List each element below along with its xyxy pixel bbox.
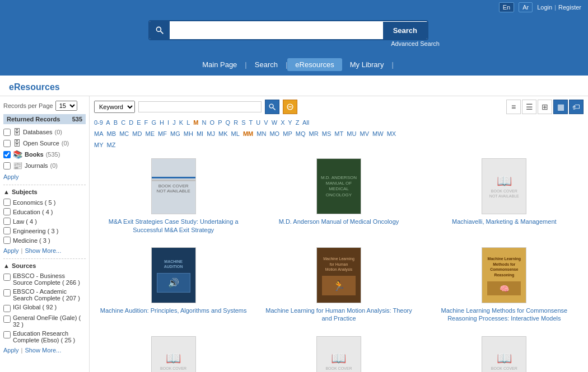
- book-title-4[interactable]: Machine Audition: Principles, Algorithms…: [100, 307, 247, 314]
- alpha-my[interactable]: MY: [94, 142, 104, 148]
- alpha-mj[interactable]: MJ: [207, 130, 215, 137]
- alpha-f[interactable]: F: [144, 119, 148, 126]
- alpha-mg[interactable]: MG: [170, 130, 180, 137]
- sources-collapse-icon[interactable]: ▲: [3, 262, 10, 269]
- alpha-me[interactable]: ME: [145, 130, 155, 137]
- alpha-m[interactable]: M: [193, 119, 198, 126]
- alpha-c[interactable]: C: [121, 119, 125, 126]
- alpha-u[interactable]: U: [256, 119, 260, 126]
- alpha-p[interactable]: P: [218, 119, 222, 126]
- alpha-v[interactable]: V: [264, 119, 268, 126]
- alpha-mi[interactable]: MI: [197, 130, 203, 137]
- alpha-k[interactable]: K: [179, 119, 183, 126]
- main-search-input[interactable]: [170, 21, 383, 39]
- alpha-y[interactable]: Y: [288, 119, 292, 126]
- nav-eresources[interactable]: eResources: [287, 58, 342, 71]
- book-title-1[interactable]: M&A Exit Strategies Case Study: Undertak…: [97, 218, 249, 234]
- subjects-apply-link[interactable]: Apply: [3, 247, 19, 254]
- subject-engineering-checkbox[interactable]: [3, 227, 11, 234]
- alpha-mv[interactable]: MV: [360, 130, 369, 137]
- lang-ar-button[interactable]: Ar: [519, 2, 533, 12]
- alpha-all[interactable]: All: [302, 119, 309, 126]
- book-title-5[interactable]: Machine Learning for Human Motion Analys…: [263, 307, 414, 323]
- alpha-mc[interactable]: MC: [119, 130, 129, 137]
- source-igi-global-checkbox[interactable]: [3, 305, 11, 312]
- subjects-collapse-icon[interactable]: ▲: [3, 189, 10, 195]
- alpha-g[interactable]: G: [151, 119, 156, 126]
- book-title-6[interactable]: Machine Learning Methods for Commonsense…: [428, 307, 580, 323]
- alpha-mn[interactable]: MN: [256, 130, 266, 137]
- alpha-b[interactable]: B: [114, 119, 118, 126]
- register-link[interactable]: Register: [558, 4, 581, 11]
- filter-databases-checkbox[interactable]: [3, 129, 11, 136]
- alpha-mq[interactable]: MQ: [296, 130, 306, 137]
- alpha-z[interactable]: Z: [296, 119, 300, 126]
- alpha-mo[interactable]: MO: [269, 130, 279, 137]
- lang-en-button[interactable]: En: [499, 2, 514, 12]
- source-ebsco-academic-checkbox[interactable]: [3, 289, 11, 296]
- alpha-mh[interactable]: MH: [184, 130, 193, 137]
- alpha-r[interactable]: R: [234, 119, 238, 126]
- view-grid-large-button[interactable]: ▦: [553, 100, 568, 114]
- filter-opensource-checkbox[interactable]: [3, 140, 11, 147]
- alpha-mf[interactable]: MF: [158, 130, 167, 137]
- alpha-e[interactable]: E: [137, 119, 141, 126]
- alpha-n[interactable]: N: [202, 119, 207, 126]
- alpha-x[interactable]: X: [281, 119, 284, 126]
- alpha-a[interactable]: A: [106, 119, 110, 126]
- source-ebsco-business-checkbox[interactable]: [3, 274, 11, 281]
- alpha-mz[interactable]: MZ: [107, 142, 116, 148]
- sources-show-more-link[interactable]: Show More...: [25, 347, 61, 354]
- nav-my-library[interactable]: My Library: [342, 58, 392, 71]
- search-go-button[interactable]: [265, 100, 279, 114]
- alpha-i[interactable]: I: [167, 119, 169, 126]
- subject-economics-checkbox[interactable]: [3, 199, 11, 206]
- alpha-mx[interactable]: MX: [387, 130, 396, 137]
- alpha-ms[interactable]: MS: [322, 130, 332, 137]
- login-link[interactable]: Login: [537, 4, 552, 11]
- alpha-0-9[interactable]: 0-9: [94, 119, 103, 126]
- alpha-mp[interactable]: MP: [283, 130, 292, 137]
- subject-law-checkbox[interactable]: [3, 218, 11, 225]
- source-general-onefile-checkbox[interactable]: [3, 316, 11, 323]
- filters-apply-link[interactable]: Apply: [3, 173, 86, 180]
- alpha-h[interactable]: H: [160, 119, 164, 126]
- view-list-detail-button[interactable]: ☰: [522, 100, 536, 114]
- subject-medicine-checkbox[interactable]: [3, 237, 11, 244]
- keyword-search-input[interactable]: [138, 101, 262, 112]
- alpha-mm[interactable]: MM: [243, 130, 253, 137]
- view-grid-small-button[interactable]: ⊞: [538, 100, 552, 114]
- nav-search[interactable]: Search: [247, 58, 286, 71]
- alpha-md[interactable]: MD: [132, 130, 142, 137]
- search-button[interactable]: Search: [383, 22, 427, 39]
- keyword-select[interactable]: Keyword Title Author Subject: [94, 101, 135, 113]
- alpha-s[interactable]: S: [241, 119, 245, 126]
- alpha-w[interactable]: W: [272, 119, 277, 126]
- alpha-o[interactable]: O: [210, 119, 215, 126]
- alpha-ma[interactable]: MA: [94, 130, 104, 137]
- alpha-mk[interactable]: MK: [218, 130, 228, 137]
- alpha-d[interactable]: D: [129, 119, 133, 126]
- nav-main-page[interactable]: Main Page: [194, 58, 245, 71]
- alpha-mt[interactable]: MT: [334, 130, 343, 137]
- alpha-l[interactable]: L: [186, 119, 190, 126]
- alpha-mb[interactable]: MB: [107, 130, 116, 137]
- view-tag-button[interactable]: 🏷: [569, 100, 584, 114]
- filter-books-checkbox[interactable]: [3, 151, 11, 158]
- view-list-compact-button[interactable]: ≡: [506, 100, 521, 114]
- alpha-mu[interactable]: MU: [347, 130, 356, 137]
- advanced-search-link[interactable]: Advanced Search: [391, 40, 440, 47]
- subject-education-checkbox[interactable]: [3, 208, 11, 215]
- alpha-t[interactable]: T: [249, 119, 253, 126]
- alpha-ml[interactable]: ML: [231, 130, 240, 137]
- filter-journals-checkbox[interactable]: [3, 162, 11, 169]
- alpha-mw[interactable]: MW: [372, 130, 384, 137]
- alpha-q[interactable]: Q: [226, 119, 231, 126]
- source-education-research-checkbox[interactable]: [3, 331, 11, 338]
- alpha-mr[interactable]: MR: [309, 130, 319, 137]
- clear-button[interactable]: [283, 100, 297, 114]
- subjects-show-more-link[interactable]: Show More...: [25, 247, 61, 254]
- records-per-page-select[interactable]: 15 25 50: [55, 101, 77, 111]
- book-title-3[interactable]: Machiavelli, Marketing & Management: [452, 218, 556, 225]
- alpha-j[interactable]: J: [172, 119, 176, 126]
